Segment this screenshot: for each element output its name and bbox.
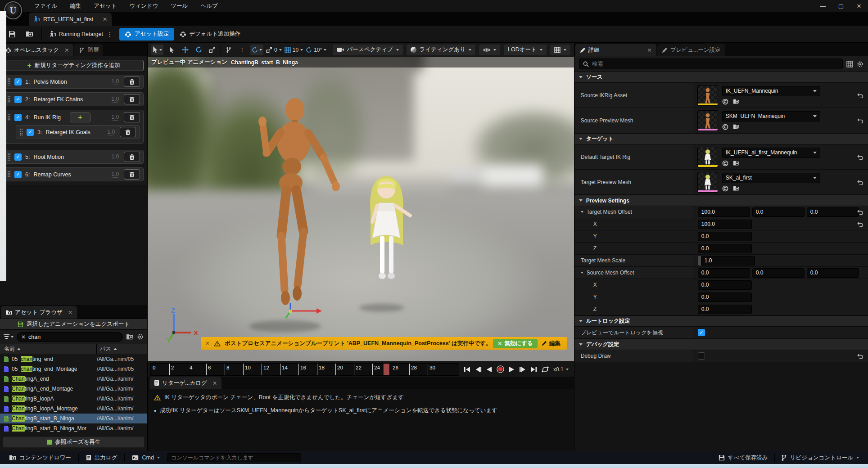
console-command-field[interactable] (171, 454, 297, 461)
default-chain-ops-button[interactable]: デフォルト追加操作 (178, 30, 242, 38)
edit-postprocess-button[interactable]: 編集 (542, 340, 562, 347)
target-offset-x-input[interactable] (698, 207, 750, 217)
content-drawer-button[interactable]: コンテンツドロワー (5, 451, 76, 464)
op-weight-field[interactable]: 1.0 (106, 129, 116, 135)
expand-icon[interactable] (581, 211, 583, 213)
record-button[interactable] (497, 365, 504, 373)
op-row-run-ik-rig[interactable]: ✓ 4: Run IK Rig + 1.0 (4, 110, 143, 124)
asset-thumbnail[interactable] (698, 86, 718, 105)
drag-handle-icon[interactable] (7, 95, 11, 103)
tab-close-icon[interactable]: ✕ (647, 47, 651, 54)
asset-row[interactable]: ChantingB_loopA /All/Ga...i/anim/ (0, 394, 147, 404)
tab-close-icon[interactable]: ✕ (68, 309, 72, 316)
go-to-start-button[interactable] (464, 366, 470, 373)
scale-input[interactable] (701, 256, 755, 266)
tab-close-icon[interactable]: ✕ (103, 16, 107, 22)
revision-control-button[interactable]: リビジョンコントロール (777, 454, 863, 462)
add-retarget-op-button[interactable]: + 新規リターゲティング操作を追加 (4, 60, 144, 71)
view-mode-dropdown[interactable]: ライティングあり (407, 45, 475, 55)
column-path[interactable]: パス (97, 345, 147, 353)
translate-snap-control[interactable]: 0 (266, 47, 282, 53)
menu-edit[interactable]: 編集 (63, 0, 87, 12)
ignore-root-lock-checkbox[interactable]: ✓ (698, 329, 705, 336)
asset-thumbnail[interactable] (698, 147, 718, 167)
drag-handle-icon[interactable] (7, 153, 11, 161)
close-button[interactable]: ✕ (850, 0, 868, 12)
save-button[interactable] (5, 28, 19, 40)
asset-row[interactable]: ChantingB_loopA_Montage /All/Ga...i/anim… (0, 404, 147, 414)
op-row-pelvis-motion[interactable]: ✓ 1: Pelvis Motion 1.0 (4, 75, 144, 89)
reset-to-default-icon[interactable] (857, 180, 863, 185)
clear-search-icon[interactable]: ✕ (21, 334, 26, 340)
menu-window[interactable]: ウィンドウ (123, 0, 164, 12)
details-search-input[interactable] (579, 58, 843, 69)
coordinate-space-button[interactable] (250, 45, 263, 55)
column-name[interactable]: 名前 (0, 344, 97, 354)
show-flags-dropdown[interactable] (479, 45, 500, 55)
target-mesh-dropdown[interactable]: SK_ai_first (722, 173, 820, 183)
play-reference-pose-button[interactable]: 参照ポーズを再生 (3, 436, 145, 448)
target-offset-z-input[interactable] (807, 207, 859, 217)
tab-hierarchy[interactable]: 階層 (74, 44, 103, 56)
display-options-icon[interactable] (846, 61, 853, 68)
op-weight-field[interactable]: 1.0 (110, 153, 120, 160)
use-selected-icon[interactable] (722, 99, 728, 105)
gear-icon[interactable] (137, 333, 144, 340)
op-enabled-checkbox[interactable]: ✓ (14, 153, 22, 161)
z-input[interactable] (698, 244, 752, 253)
op-weight-field[interactable]: 1.0 (110, 114, 120, 121)
tab-close-icon[interactable]: ✕ (212, 380, 217, 387)
tab-rtg-uefn-ai-first[interactable]: RTG_UEFN_ai_first ✕ (29, 13, 112, 26)
source-mesh-dropdown[interactable]: SKM_UEFN_Mannequin (722, 111, 820, 122)
add-child-op-button[interactable]: + (70, 112, 90, 122)
filter-button[interactable] (4, 334, 14, 339)
delete-op-button[interactable] (124, 112, 140, 122)
browse-to-asset-button[interactable] (23, 28, 36, 40)
source-mannequin-character[interactable] (238, 95, 350, 320)
reset-to-default-icon[interactable] (857, 154, 863, 160)
debug-draw-checkbox[interactable]: ✓ (698, 352, 705, 360)
move-tool-button[interactable] (180, 45, 190, 55)
op-weight-field[interactable]: 1.0 (110, 78, 120, 85)
asset-row-selected[interactable]: ChantingB_start_B_Ninga /All/Ga...i/anim… (0, 414, 147, 423)
op-row-retarget-ik-goals[interactable]: ✓ 3: Retarget IK Goals 1.0 (16, 125, 140, 139)
dismiss-warning-icon[interactable]: ✕ (205, 340, 210, 346)
cmd-dropdown[interactable]: Cmd (127, 451, 164, 464)
browse-to-asset-icon[interactable] (733, 99, 740, 105)
op-row-root-motion[interactable]: ✓ 5: Root Motion 1.0 (4, 150, 144, 164)
transform-gizmo[interactable] (285, 300, 326, 323)
console-command-input[interactable] (167, 453, 301, 462)
reset-to-default-icon[interactable] (857, 221, 863, 227)
lod-dropdown[interactable]: LODオート (504, 45, 547, 55)
asset-row[interactable]: ChantingA_end_Montage /All/Ga...i/anim/ (0, 384, 147, 394)
rotate-tool-button[interactable] (193, 45, 204, 55)
tab-asset-browser[interactable]: アセット ブラウザ ✕ (1, 306, 77, 319)
tab-details[interactable]: 詳細 ✕ (575, 44, 656, 56)
source-offset-y-input[interactable] (752, 268, 805, 278)
viewport-options-button[interactable] (151, 45, 163, 55)
target-offset-y-input[interactable] (752, 207, 805, 217)
section-root-lock[interactable]: ルートロック設定 (574, 315, 868, 327)
asset-settings-button[interactable]: アセット設定 (119, 28, 174, 40)
tab-close-icon[interactable]: ✕ (64, 47, 69, 54)
source-offset-z-input[interactable] (807, 268, 859, 278)
target-ikrig-dropdown[interactable]: IK_UEFN_ai_first_Mannequin (722, 148, 820, 158)
z-input[interactable] (698, 305, 752, 314)
tab-op-stack[interactable]: オペレ...スタック ✕ (1, 44, 73, 56)
step-forward-button[interactable] (519, 366, 526, 373)
asset-row[interactable]: ChantingA_end /All/Ga...i/anim/ (0, 374, 147, 384)
disable-postprocess-button[interactable]: ✕無効にする (493, 339, 538, 348)
menu-asset[interactable]: アセット (87, 0, 123, 12)
op-enabled-checkbox[interactable]: ✓ (14, 114, 22, 121)
delete-op-button[interactable] (124, 76, 140, 87)
play-button[interactable] (509, 366, 515, 373)
menu-file[interactable]: ファイル (28, 0, 63, 12)
minimize-button[interactable]: — (814, 0, 832, 12)
screenshot-dropdown[interactable] (550, 45, 570, 55)
op-row-remap-curves[interactable]: ✓ 6: Remap Curves 1.0 (4, 167, 144, 181)
reset-to-default-icon[interactable] (857, 353, 863, 359)
asset-row[interactable]: 05_chanting_end_Montage /All/Ga...nim/05… (0, 364, 147, 374)
op-enabled-checkbox[interactable]: ✓ (14, 96, 22, 103)
asset-row[interactable]: ChantingB_start_B_Ninga_Mor /All/Ga...i/… (0, 423, 147, 433)
loop-toggle-button[interactable] (542, 366, 549, 373)
